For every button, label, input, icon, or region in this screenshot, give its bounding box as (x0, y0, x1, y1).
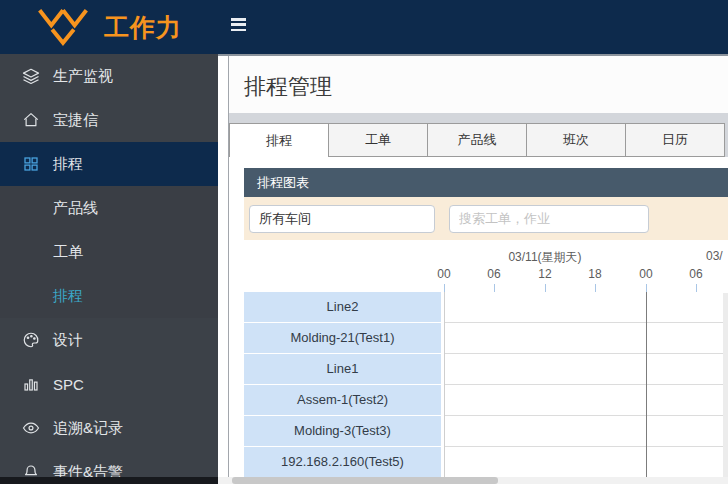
tick-mark (595, 284, 596, 292)
tab-scheduling[interactable]: 排程 (229, 123, 329, 157)
row-track (444, 354, 728, 385)
chart-left-border (444, 292, 445, 479)
sidebar: 生产监视 宝捷信 排程 产品线 工单 排程 设计 SPC (0, 54, 218, 484)
gantt-row: 192.168.2.160(Test5) (244, 447, 728, 478)
sidebar-item-label: 设计 (53, 331, 83, 350)
row-track (444, 292, 728, 323)
gantt-row: Line1 (244, 354, 728, 385)
tick-label: 18 (588, 267, 601, 281)
sidebar-item-label: 排程 (53, 287, 83, 306)
tick-mark (494, 284, 495, 292)
horizontal-scrollbar-thumb[interactable] (232, 477, 498, 484)
logo-text: 工作力 (104, 11, 182, 44)
sidebar-item-baojiexin[interactable]: 宝捷信 (0, 98, 218, 142)
app-logo: 工作力 (34, 7, 182, 47)
sidebar-item-production-monitor[interactable]: 生产监视 (0, 54, 218, 98)
sidebar-bottom-strip (0, 477, 218, 484)
tick-label: 06 (487, 267, 500, 281)
row-track (444, 447, 728, 478)
gantt-row: Molding-3(Test3) (244, 416, 728, 447)
gantt-rows: Line2 Molding-21(Test1) Line1 Assem-1(Te… (244, 292, 728, 478)
row-label-assem1[interactable]: Assem-1(Test2) (244, 385, 441, 416)
tick-mark (696, 284, 697, 292)
sidebar-item-label: 宝捷信 (53, 111, 98, 130)
sidebar-item-scheduling[interactable]: 排程 (0, 142, 218, 186)
tab-label: 排程 (266, 132, 292, 150)
search-input[interactable] (449, 205, 649, 233)
vertical-scrollbar[interactable] (723, 293, 728, 479)
tick-label: 06 (689, 267, 702, 281)
sidebar-subitem-scheduling[interactable]: 排程 (0, 274, 218, 318)
tab-product-line[interactable]: 产品线 (427, 123, 527, 157)
sidebar-item-label: 排程 (53, 155, 83, 174)
eye-icon (22, 419, 40, 437)
filter-row: 所有车间 (244, 197, 728, 240)
tick-mark (545, 284, 546, 292)
sidebar-subitem-work-order[interactable]: 工单 (0, 230, 218, 274)
tick-label: 12 (538, 267, 551, 281)
top-bar: 工作力 (0, 0, 728, 54)
page-header: 排程管理 (229, 56, 728, 113)
sidebar-subitem-product-line[interactable]: 产品线 (0, 186, 218, 230)
layers-icon (22, 67, 40, 85)
row-label-192-168-2-160[interactable]: 192.168.2.160(Test5) (244, 447, 441, 478)
sidebar-item-label: 工单 (53, 243, 83, 262)
workshop-select[interactable]: 所有车间 (249, 205, 435, 233)
tick-mark (646, 284, 647, 292)
panel-header: 排程图表 (244, 168, 728, 197)
palette-icon (22, 331, 40, 349)
sidebar-item-label: SPC (53, 376, 84, 393)
gantt-row: Line2 (244, 292, 728, 323)
tick-label: 00 (639, 267, 652, 281)
sidebar-item-label: 追溯&记录 (53, 419, 123, 438)
tick-label: 00 (437, 267, 450, 281)
logo-vv-icon (34, 7, 92, 47)
tab-calendar[interactable]: 日历 (625, 123, 725, 157)
sidebar-item-spc[interactable]: SPC (0, 362, 218, 406)
tab-shift[interactable]: 班次 (526, 123, 626, 157)
sidebar-item-label: 产品线 (53, 199, 98, 218)
gantt-panel: 排程图表 所有车间 03/11(星期天) 03/ 00 06 12 18 00 … (244, 168, 728, 484)
gantt-row: Assem-1(Test2) (244, 385, 728, 416)
tab-label: 日历 (662, 131, 688, 149)
tab-work-order[interactable]: 工单 (328, 123, 428, 157)
grid-icon (22, 155, 40, 173)
sidebar-item-design[interactable]: 设计 (0, 318, 218, 362)
row-track (444, 385, 728, 416)
tab-bar: 排程 工单 产品线 班次 日历 (229, 113, 728, 157)
content-box: 排程管理 排程 工单 产品线 班次 日历 排程图表 所有车间 (228, 56, 728, 484)
row-label-line2[interactable]: Line2 (244, 292, 441, 323)
sidebar-item-label: 生产监视 (53, 67, 113, 86)
axis-date-day1: 03/11(星期天) (508, 249, 581, 266)
tick-mark (444, 284, 445, 292)
home-icon (22, 111, 40, 129)
tab-label: 产品线 (458, 131, 497, 149)
hamburger-menu-icon[interactable] (231, 18, 247, 34)
axis-date-day2: 03/ (706, 249, 723, 263)
tab-label: 工单 (365, 131, 391, 149)
row-label-molding21[interactable]: Molding-21(Test1) (244, 323, 441, 354)
gantt-row: Molding-21(Test1) (244, 323, 728, 354)
row-label-molding3[interactable]: Molding-3(Test3) (244, 416, 441, 447)
row-track (444, 416, 728, 447)
main-content: 排程管理 排程 工单 产品线 班次 日历 排程图表 所有车间 (218, 54, 728, 484)
bar-chart-icon (22, 375, 40, 393)
row-label-line1[interactable]: Line1 (244, 354, 441, 385)
gantt-chart: 03/11(星期天) 03/ 00 06 12 18 00 06 Line2 (244, 240, 728, 484)
sidebar-item-trace-records[interactable]: 追溯&记录 (0, 406, 218, 450)
horizontal-scrollbar[interactable] (218, 477, 728, 484)
page-title: 排程管理 (244, 72, 728, 102)
row-track (444, 323, 728, 354)
tab-label: 班次 (563, 131, 589, 149)
day-boundary-line (646, 292, 647, 479)
